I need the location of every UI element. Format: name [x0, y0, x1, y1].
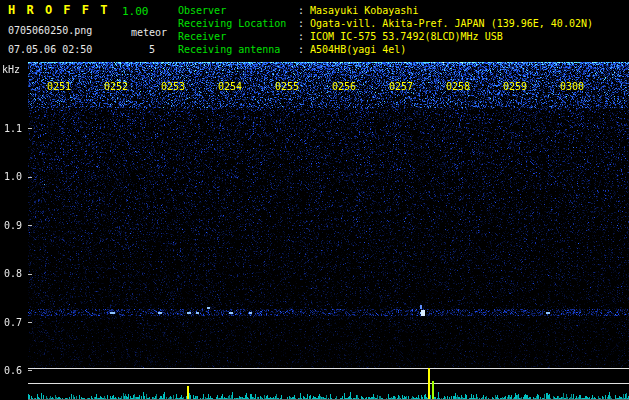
time-tick: 0258: [446, 81, 470, 92]
freq-tick: 0.8: [4, 268, 22, 279]
info-label: Receiving antenna: [178, 43, 298, 56]
spectrogram-canvas: [0, 62, 629, 400]
timestamp: 07.05.06 02:50: [8, 44, 92, 55]
info-row-observer: Observer:Masayuki Kobayashi: [178, 4, 593, 17]
info-row-receiver: Receiver:ICOM IC-575 53.7492(8LCD)MHz US…: [178, 30, 593, 43]
meteor-count: 5: [149, 44, 155, 55]
time-tick: 0253: [161, 81, 185, 92]
time-tick: 0251: [47, 81, 71, 92]
info-separator: :: [298, 5, 304, 16]
time-tick: 0255: [275, 81, 299, 92]
freq-tick: 0.6: [4, 365, 22, 376]
info-value: ICOM IC-575 53.7492(8LCD)MHz USB: [310, 31, 503, 42]
info-separator: :: [298, 44, 304, 55]
freq-tick: 1.0: [4, 171, 22, 182]
info-value: A504HB(yagi 4el): [310, 44, 406, 55]
info-label: Receiving Location: [178, 17, 298, 30]
info-value: Masayuki Kobayashi: [310, 5, 418, 16]
info-separator: :: [298, 31, 304, 42]
app-version: 1.00: [122, 5, 149, 18]
info-separator: :: [298, 18, 304, 29]
time-tick: 0300: [560, 81, 584, 92]
freq-tick: 1.1: [4, 123, 22, 134]
hrofft-screenshot: H R O F F T 1.00 0705060250.png meteor 0…: [0, 0, 629, 400]
time-tick: 0256: [332, 81, 356, 92]
info-row-antenna: Receiving antenna:A504HB(yagi 4el): [178, 43, 593, 56]
app-title: H R O F F T: [8, 3, 109, 17]
time-tick: 0259: [503, 81, 527, 92]
output-filename: 0705060250.png: [8, 25, 92, 36]
info-label: Receiver: [178, 30, 298, 43]
info-label: Observer: [178, 4, 298, 17]
mode-label: meteor: [131, 27, 167, 38]
time-tick: 0252: [104, 81, 128, 92]
freq-tick: 0.9: [4, 220, 22, 231]
freq-tick: 0.7: [4, 317, 22, 328]
time-tick: 0254: [218, 81, 242, 92]
info-row-location: Receiving Location:Ogata-vill. Akita-Pre…: [178, 17, 593, 30]
info-value: Ogata-vill. Akita-Pref. JAPAN (139.96E, …: [310, 18, 593, 29]
time-tick: 0257: [389, 81, 413, 92]
station-info: Observer:Masayuki Kobayashi Receiving Lo…: [178, 4, 593, 56]
y-axis-unit: kHz: [2, 64, 20, 75]
